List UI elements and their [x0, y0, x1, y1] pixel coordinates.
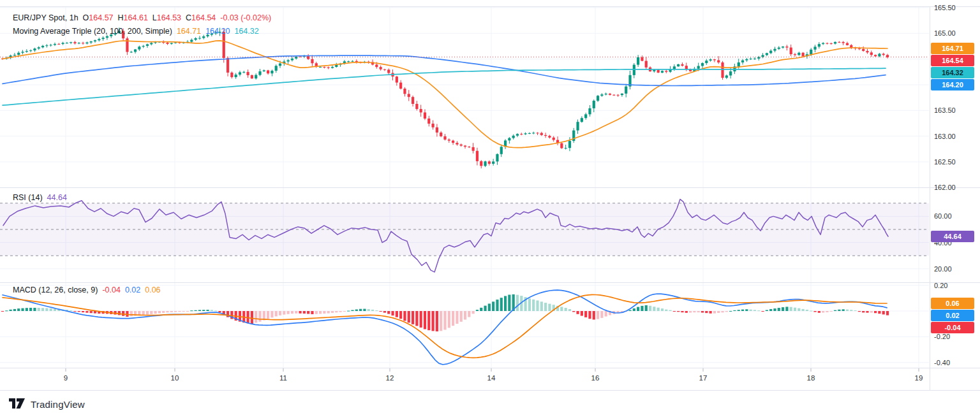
macd-legend[interactable]: MACD (12, 26, close, 9) -0.04 0.02 0.06 — [13, 286, 161, 294]
svg-text:163.50: 163.50 — [934, 106, 956, 114]
tradingview-logo-text: TradingView — [31, 399, 85, 410]
rsi-value: 44.64 — [47, 193, 67, 202]
axis-badge: 164.32 — [931, 67, 974, 78]
axis-badge: 164.54 — [931, 55, 974, 66]
tradingview-logo-icon — [9, 398, 26, 410]
svg-text:11: 11 — [279, 374, 287, 382]
svg-text:12: 12 — [386, 374, 394, 382]
chart-root: 165.50165.00163.50163.00162.50162.0060.0… — [0, 0, 980, 420]
svg-text:163.00: 163.00 — [934, 133, 956, 140]
ohlc-open: O164.57 — [83, 13, 114, 22]
rsi-legend[interactable]: RSI (14) 44.64 — [13, 193, 67, 202]
svg-text:165.00: 165.00 — [934, 29, 956, 37]
svg-text:16: 16 — [591, 374, 600, 382]
axis-badge: -0.04 — [931, 322, 974, 333]
axis-badge: 164.71 — [931, 43, 974, 54]
macd-signal-value: 0.06 — [145, 286, 160, 294]
svg-text:-0.20: -0.20 — [934, 333, 950, 340]
svg-text:165.50: 165.50 — [934, 4, 956, 11]
ohlc-low: L164.53 — [152, 13, 181, 22]
axis-badge: 44.64 — [931, 231, 974, 242]
ohlc-close: C164.54 — [186, 13, 216, 22]
macd-legend-title: MACD (12, 26, close, 9) — [13, 286, 98, 294]
ma-legend-title: Moving Average Triple (20, 100, 200, Sim… — [13, 27, 172, 36]
svg-text:-0.40: -0.40 — [934, 359, 950, 366]
svg-text:20.00: 20.00 — [934, 265, 952, 273]
macd-hist-value: -0.04 — [102, 286, 121, 294]
symbol-title: EUR/JPY Spot, 1h — [13, 13, 78, 22]
svg-text:9: 9 — [64, 374, 68, 382]
svg-text:19: 19 — [915, 374, 923, 382]
svg-text:14: 14 — [487, 374, 496, 382]
tradingview-logo[interactable]: TradingView — [9, 398, 85, 410]
macd-line-value: 0.02 — [125, 286, 140, 294]
chart-canvas[interactable]: 165.50165.00163.50163.00162.50162.0060.0… — [0, 0, 980, 420]
ma-legend[interactable]: Moving Average Triple (20, 100, 200, Sim… — [13, 27, 259, 36]
ohlc-high: H164.61 — [118, 13, 148, 22]
axis-badge: 164.20 — [931, 79, 974, 91]
svg-text:10: 10 — [171, 374, 179, 382]
ma100-value: 164.20 — [205, 27, 230, 36]
svg-text:162.00: 162.00 — [934, 184, 956, 191]
svg-text:0.20: 0.20 — [934, 282, 947, 289]
change-value: -0.03 (-0.02%) — [220, 13, 271, 22]
svg-text:18: 18 — [807, 374, 815, 382]
svg-text:60.00: 60.00 — [934, 212, 952, 220]
rsi-legend-title: RSI (14) — [13, 193, 43, 202]
ma200-value: 164.32 — [234, 27, 258, 36]
svg-text:17: 17 — [699, 374, 708, 382]
axis-badge: 0.06 — [931, 298, 974, 309]
axis-badge: 0.02 — [931, 310, 974, 321]
svg-text:162.50: 162.50 — [934, 158, 956, 166]
ma20-value: 164.71 — [177, 27, 201, 36]
symbol-legend[interactable]: EUR/JPY Spot, 1h O164.57 H164.61 L164.53… — [13, 13, 271, 22]
